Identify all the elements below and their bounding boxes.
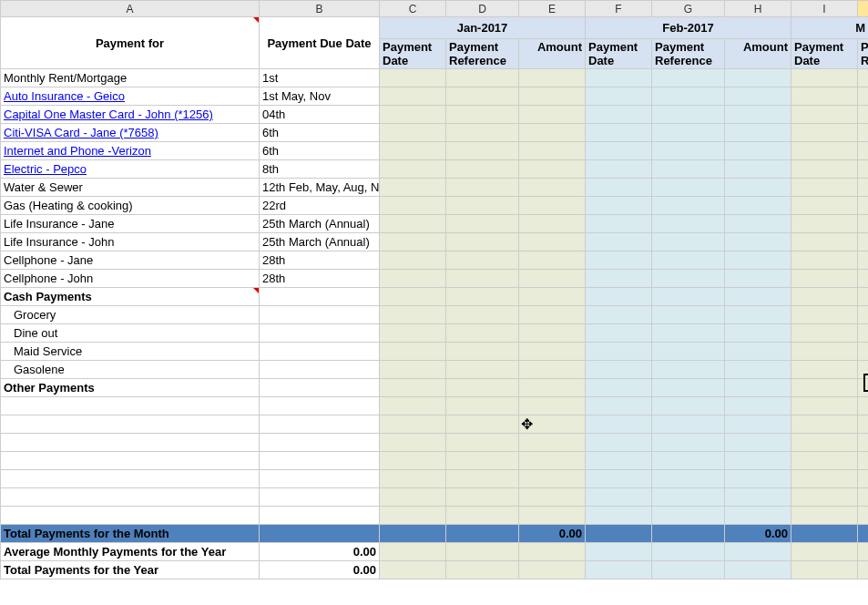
cell-due-date[interactable] [260,434,380,452]
cell[interactable] [586,233,652,251]
cell[interactable] [652,343,725,361]
cell[interactable] [519,288,586,306]
cell-due-date[interactable] [260,507,380,525]
cell[interactable] [858,270,869,288]
avg-year-val[interactable]: 0.00 [260,543,380,561]
col-header-last[interactable] [858,1,869,17]
cell-due-date[interactable]: 25th March (Annual) [260,215,380,233]
cell-payment-for[interactable]: Auto Insurance - Geico [1,87,260,106]
cell[interactable] [586,525,652,543]
cell[interactable] [858,179,869,197]
cell[interactable] [519,215,586,233]
cell[interactable] [380,142,446,160]
cell[interactable] [725,106,791,124]
cell[interactable] [446,343,519,361]
cell[interactable] [446,106,519,124]
cell[interactable] [858,361,869,379]
cell[interactable] [446,470,519,488]
cell[interactable] [791,124,858,142]
cell[interactable] [791,270,858,288]
cell[interactable] [725,251,791,270]
cell-due-date[interactable]: 04th [260,106,380,124]
cell[interactable] [791,434,858,452]
cell[interactable] [586,343,652,361]
cell[interactable] [725,69,791,87]
cell[interactable] [519,270,586,288]
cell-due-date[interactable]: 28th [260,251,380,270]
cell[interactable] [858,288,869,306]
cell[interactable] [586,379,652,397]
cell[interactable] [519,452,586,470]
cell-due-date[interactable] [260,488,380,507]
cell[interactable] [725,142,791,160]
cell[interactable] [446,233,519,251]
cell-payment-for[interactable] [1,434,260,452]
subhdr-amount-1[interactable]: Amount [519,39,586,69]
cell[interactable] [519,160,586,179]
cell-due-date[interactable]: 1st [260,69,380,87]
cell-payment-for[interactable]: Water & Sewer [1,179,260,197]
cell[interactable] [586,324,652,343]
cell[interactable] [586,87,652,106]
cell[interactable] [586,288,652,306]
cell[interactable] [380,343,446,361]
cell[interactable] [725,470,791,488]
cell[interactable] [446,397,519,415]
cell-due-date[interactable]: 12th Feb, May, Aug, Nov [260,179,380,197]
cell[interactable] [791,397,858,415]
cell[interactable] [652,87,725,106]
cell[interactable] [586,197,652,215]
header-month-3-partial[interactable]: M [791,17,869,39]
cell[interactable] [858,69,869,87]
cell-due-date[interactable] [260,361,380,379]
cell-payment-for[interactable] [1,397,260,415]
cell[interactable] [652,124,725,142]
cell[interactable] [791,415,858,434]
cell[interactable] [519,251,586,270]
cell[interactable] [519,470,586,488]
cell[interactable] [586,470,652,488]
cell[interactable] [446,87,519,106]
cell[interactable] [380,415,446,434]
cell-payment-for[interactable]: Dine out [1,324,260,343]
cell[interactable] [791,215,858,233]
cell-due-date[interactable]: 22rd [260,197,380,215]
cell[interactable] [446,197,519,215]
cell[interactable] [652,233,725,251]
cell-payment-for[interactable]: Other Payments [1,379,260,397]
cell[interactable] [586,488,652,507]
cell[interactable] [586,179,652,197]
cell-due-date[interactable] [260,452,380,470]
cell[interactable] [791,106,858,124]
cell[interactable] [446,160,519,179]
cell[interactable] [652,324,725,343]
cell[interactable] [586,452,652,470]
cell[interactable] [791,233,858,251]
cell-due-date[interactable] [260,306,380,324]
cell[interactable] [380,270,446,288]
cell[interactable] [858,488,869,507]
cell-due-date[interactable] [260,343,380,361]
cell[interactable] [725,288,791,306]
cell-payment-for[interactable] [1,415,260,434]
cell[interactable] [791,69,858,87]
cell[interactable] [725,233,791,251]
cell[interactable] [380,306,446,324]
cell[interactable] [725,415,791,434]
cell[interactable] [519,306,586,324]
cell[interactable] [858,525,869,543]
cell[interactable] [791,361,858,379]
cell[interactable] [586,306,652,324]
cell-due-date[interactable]: 28th [260,270,380,288]
cell[interactable] [586,270,652,288]
cell[interactable] [380,179,446,197]
cell[interactable] [725,197,791,215]
cell[interactable] [858,415,869,434]
cell-due-date[interactable]: 6th [260,142,380,160]
cell[interactable] [446,434,519,452]
subhdr-payment-ref-2[interactable]: Payment Reference [652,39,725,69]
cell[interactable] [858,124,869,142]
cell[interactable] [586,397,652,415]
header-month-2[interactable]: Feb-2017 [586,17,791,39]
cell[interactable] [652,197,725,215]
